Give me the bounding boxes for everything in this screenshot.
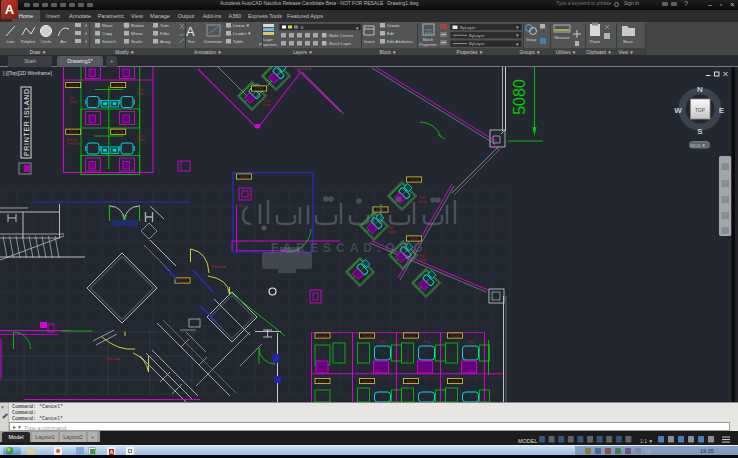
svg-text:PRINTER ISLAND: PRINTER ISLAND: [23, 88, 30, 156]
svg-text:Properties: Properties: [259, 43, 276, 47]
svg-text:3021: 3021: [178, 278, 188, 283]
svg-text:1072: 1072: [69, 129, 79, 134]
svg-text:▼: ▼: [84, 39, 88, 44]
svg-text:Dest: Dest: [70, 100, 77, 104]
svg-text:1:1 ▼: 1:1 ▼: [640, 438, 653, 444]
svg-text:WCS ▼: WCS ▼: [690, 143, 705, 148]
svg-text:0120: 0120: [450, 333, 460, 338]
svg-text:Desk: Desk: [419, 200, 427, 204]
svg-text:Table: Table: [233, 39, 244, 44]
svg-text:TOP: TOP: [695, 107, 706, 113]
svg-text:E: E: [719, 106, 725, 115]
svg-text:1073: 1073: [114, 129, 124, 134]
svg-text:Edit Attributes: Edit Attributes: [387, 39, 413, 44]
svg-text:Array: Array: [160, 39, 171, 44]
svg-text:Desk: Desk: [137, 92, 145, 96]
svg-text:Polyline: Polyline: [21, 39, 36, 44]
svg-text:Create: Create: [387, 23, 400, 28]
svg-text:Dimension: Dimension: [204, 40, 222, 44]
svg-text:Line: Line: [7, 39, 16, 44]
svg-text:▼: ▼: [84, 23, 88, 28]
svg-text:0125: 0125: [362, 379, 372, 384]
svg-text:S: S: [697, 127, 703, 136]
svg-text:Stretch: Stretch: [102, 39, 116, 44]
svg-text:A: A: [186, 24, 195, 39]
svg-text:Leader ▼: Leader ▼: [233, 31, 251, 36]
svg-text:Desk: Desk: [263, 103, 271, 107]
svg-text:ByLayer: ByLayer: [460, 25, 476, 30]
svg-text:N: N: [697, 85, 703, 94]
svg-text:Match Layer: Match Layer: [329, 41, 352, 46]
svg-text:Fillet: Fillet: [160, 31, 170, 36]
svg-text:▼: ▼: [84, 31, 88, 36]
svg-text:F.H.Cab: F.H.Cab: [106, 357, 120, 361]
svg-text:Text: Text: [187, 39, 196, 44]
svg-text:Measure: Measure: [555, 36, 570, 40]
svg-text:Comm B rm: Comm B rm: [294, 67, 312, 71]
svg-text:Desk: Desk: [388, 230, 396, 234]
svg-text:5080: 5080: [511, 79, 528, 115]
svg-text:MODEL: MODEL: [518, 438, 538, 444]
svg-text:3100: 3100: [239, 174, 249, 179]
svg-text:Layer: Layer: [263, 38, 273, 42]
svg-text:7150: 7150: [254, 86, 264, 91]
svg-text:Circle: Circle: [41, 39, 52, 44]
svg-text:0127: 0127: [318, 379, 328, 384]
svg-text:Paste: Paste: [590, 39, 601, 44]
svg-text:Base: Base: [623, 39, 633, 44]
svg-text:Arc: Arc: [60, 39, 66, 44]
svg-text:ByLayer: ByLayer: [469, 33, 485, 38]
svg-text:Desk: Desk: [419, 258, 427, 262]
svg-text:Mirror: Mirror: [131, 31, 143, 36]
svg-text:Prnt/Scn: Prnt/Scn: [67, 142, 80, 146]
svg-text:Edit: Edit: [387, 31, 395, 36]
svg-text:▼: ▼: [515, 33, 519, 38]
svg-text:1075: 1075: [114, 83, 124, 88]
svg-text:0122: 0122: [406, 333, 416, 338]
svg-text:▼: ▼: [515, 42, 519, 47]
svg-text:Linear ▼: Linear ▼: [233, 23, 250, 28]
svg-text:1074: 1074: [69, 83, 79, 88]
svg-text:PxD: PxD: [380, 340, 387, 344]
svg-text:[-][Top][2D Wireframe]: [-][Top][2D Wireframe]: [3, 70, 53, 76]
svg-text:Rotate: Rotate: [131, 23, 144, 28]
svg-text:Insert: Insert: [364, 39, 375, 44]
svg-text:F.H.Cab: F.H.Cab: [212, 265, 226, 269]
svg-text:0121: 0121: [450, 379, 460, 384]
svg-text:Properties: Properties: [419, 43, 436, 47]
svg-text:Trim: Trim: [160, 23, 169, 28]
svg-text:Scale: Scale: [131, 39, 143, 44]
svg-text:0123: 0123: [406, 379, 416, 384]
svg-text:ByLayer: ByLayer: [469, 41, 485, 46]
svg-text:W: W: [674, 106, 682, 115]
svg-text:Copy: Copy: [102, 31, 113, 36]
svg-text:▼: ▼: [355, 26, 359, 31]
svg-text:2104: 2104: [409, 177, 419, 182]
svg-text:Move: Move: [102, 23, 113, 28]
svg-text:0126: 0126: [318, 333, 328, 338]
svg-text:▼: ▼: [515, 25, 519, 30]
svg-text:Match: Match: [423, 38, 433, 42]
svg-text:Make Current: Make Current: [329, 33, 354, 38]
svg-text:Group: Group: [526, 38, 537, 42]
svg-text:PxD: PxD: [424, 340, 431, 344]
svg-text:0124: 0124: [362, 333, 372, 338]
svg-text:Desk: Desk: [137, 138, 145, 142]
svg-text:PxD: PxD: [468, 340, 475, 344]
